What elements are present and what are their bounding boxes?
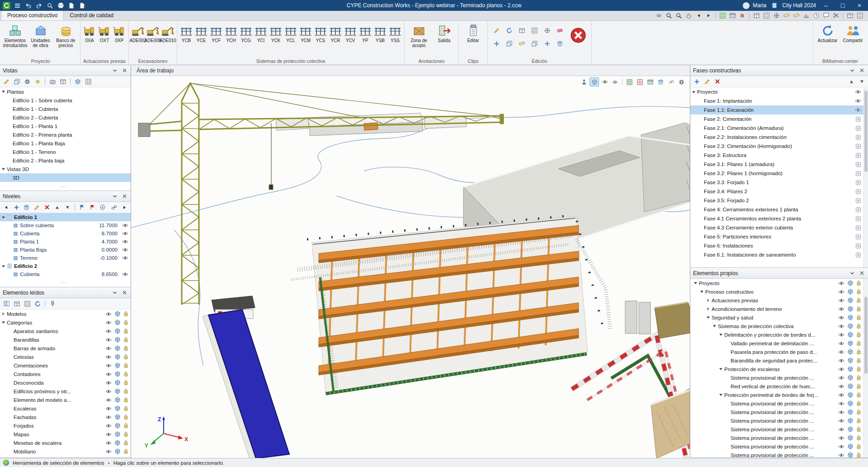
ade002-button[interactable]: ADE002	[131, 22, 145, 44]
lock-icon[interactable]	[123, 431, 128, 437]
model-cube-icon[interactable]	[115, 337, 120, 343]
visibility-icon[interactable]	[122, 239, 128, 244]
visibility-icon[interactable]	[122, 248, 128, 252]
camera-icon[interactable]	[48, 77, 57, 86]
fase-row[interactable]: Fase 3.5: Forjado 2	[690, 196, 863, 205]
visibility-icon[interactable]	[105, 406, 112, 411]
visibility-icon[interactable]	[105, 338, 112, 342]
visibility-icon[interactable]	[838, 324, 844, 329]
level-row[interactable]: Terreno-0.1000	[0, 254, 131, 262]
fases-scrollbar[interactable]	[863, 88, 868, 267]
propio-row[interactable]: Proyecto	[690, 279, 863, 287]
viewport-canvas[interactable]: Z X Y	[131, 76, 690, 458]
lock-icon[interactable]	[856, 306, 861, 312]
lock-icon[interactable]	[123, 337, 128, 343]
category-row[interactable]: Forjados	[0, 421, 131, 430]
model-cube-icon[interactable]	[115, 440, 120, 446]
visibility-icon[interactable]	[838, 419, 844, 423]
visibility-icon[interactable]	[838, 307, 844, 311]
category-row[interactable]: Cimentaciones	[0, 361, 131, 370]
visibility-icon[interactable]	[838, 444, 844, 449]
delete-level-icon[interactable]	[42, 203, 52, 211]
plan-edit-icon[interactable]	[625, 77, 634, 86]
lock-icon[interactable]	[856, 315, 861, 320]
propio-row[interactable]: Seguridad y salud	[690, 313, 863, 322]
model-cube-icon[interactable]	[848, 443, 853, 449]
model-cube-icon[interactable]	[848, 400, 853, 406]
propio-row[interactable]: Sistema provisional de protección ...	[690, 425, 863, 434]
edit-file-icon[interactable]	[78, 1, 87, 10]
split-view-icon[interactable]	[752, 11, 761, 19]
lock-icon[interactable]	[856, 400, 861, 406]
propio-row[interactable]: Sistema provisional de protección ...	[690, 442, 863, 451]
minimize-button[interactable]: –	[819, 0, 833, 10]
user-name[interactable]: Maria	[753, 2, 766, 9]
model-cube-icon[interactable]	[115, 319, 120, 325]
comments-icon[interactable]	[821, 11, 830, 19]
unidades-de-obra-button[interactable]: Unidades de obra	[28, 22, 53, 49]
fase-row[interactable]: Fase 6: Instalaciones	[690, 241, 863, 250]
model-cube-icon[interactable]	[115, 448, 120, 454]
ycv-button[interactable]: YCV	[343, 22, 358, 44]
expander-icon[interactable]	[692, 281, 699, 285]
level-row[interactable]: Planta Baja0.0000	[0, 246, 131, 254]
ycr-button[interactable]: YCR	[328, 22, 343, 44]
visibility-icon[interactable]	[838, 410, 844, 415]
vistas-collapse-icon[interactable]	[111, 67, 118, 74]
visibility-icon[interactable]	[105, 312, 112, 316]
model-cube-icon[interactable]	[115, 362, 120, 368]
link-icon[interactable]	[110, 203, 119, 211]
lock-icon[interactable]	[856, 297, 861, 303]
visibility-off-icon[interactable]	[855, 171, 861, 176]
hide-elements-icon[interactable]	[666, 77, 676, 86]
leidos-close-icon[interactable]	[121, 289, 128, 296]
propios-scroll-thumb[interactable]	[864, 297, 868, 374]
view-item[interactable]: Edificio 1 - Planta Baja	[0, 139, 131, 148]
propio-row[interactable]: Protección perimetral de bordes de forj.…	[690, 391, 863, 399]
model-cube-icon[interactable]	[115, 414, 120, 420]
lock-icon[interactable]	[123, 405, 128, 411]
ade005-button[interactable]: ADE005	[146, 22, 160, 44]
ych-button[interactable]: YCH	[224, 22, 238, 44]
visibility-icon[interactable]	[838, 290, 844, 294]
redo-icon[interactable]	[34, 1, 44, 10]
propio-row[interactable]: Barandilla de seguridad para protec...	[690, 356, 863, 365]
model-cube-icon[interactable]	[848, 392, 853, 398]
expander-icon[interactable]	[705, 307, 712, 311]
search-icon[interactable]	[45, 1, 55, 10]
fase-row[interactable]: Fase 3.4: Pilares 2	[690, 187, 863, 196]
visibility-off-icon[interactable]	[855, 198, 861, 204]
move-up-icon[interactable]	[53, 203, 62, 211]
model-cube-icon[interactable]	[848, 383, 853, 389]
model-cube-icon[interactable]	[848, 306, 853, 312]
visibility-off-icon[interactable]	[855, 207, 861, 213]
propio-row[interactable]: Red vertical de protección de huec...	[690, 382, 863, 391]
zona-de-acopio-button[interactable]: Zona de acopio	[406, 22, 431, 49]
model-cube-icon[interactable]	[848, 375, 853, 381]
lock-icon[interactable]	[856, 426, 861, 432]
propio-row[interactable]: Sistema provisional de protección ...	[690, 416, 863, 425]
history-icon[interactable]	[811, 11, 821, 19]
fase-row[interactable]: Fase 3: Estructura	[690, 151, 863, 160]
propio-row[interactable]: Delimitación y protección de bordes d...	[690, 330, 863, 339]
model-cube-icon[interactable]	[848, 340, 853, 346]
editar-button[interactable]: Editar	[461, 22, 486, 44]
edit-phase-icon[interactable]	[703, 77, 712, 86]
expander-icon[interactable]	[717, 333, 724, 337]
level-row[interactable]: Cubierta8.6500	[0, 270, 131, 278]
lock-icon[interactable]	[856, 383, 861, 389]
model-cube-icon[interactable]	[115, 371, 120, 377]
propio-row[interactable]: Acondicionamiento del terreno	[690, 305, 863, 313]
level-group-edificio-2[interactable]: Edificio 2	[0, 262, 131, 270]
visibility-icon[interactable]	[105, 389, 112, 394]
fase-row[interactable]: Fase 5: Particiones interiores	[690, 232, 863, 241]
expander-icon[interactable]	[698, 290, 705, 294]
propio-row[interactable]: Sistema provisional de protección ...	[690, 451, 863, 457]
orbit-zoom-icon[interactable]	[654, 11, 663, 19]
level-row[interactable]: Cubierta8.7000	[0, 229, 131, 238]
model-cube-icon[interactable]	[848, 280, 853, 286]
visibility-icon[interactable]	[838, 393, 844, 397]
visibility-icon[interactable]	[838, 315, 844, 320]
expander-icon[interactable]	[0, 312, 7, 316]
expander-icon[interactable]	[711, 324, 718, 328]
